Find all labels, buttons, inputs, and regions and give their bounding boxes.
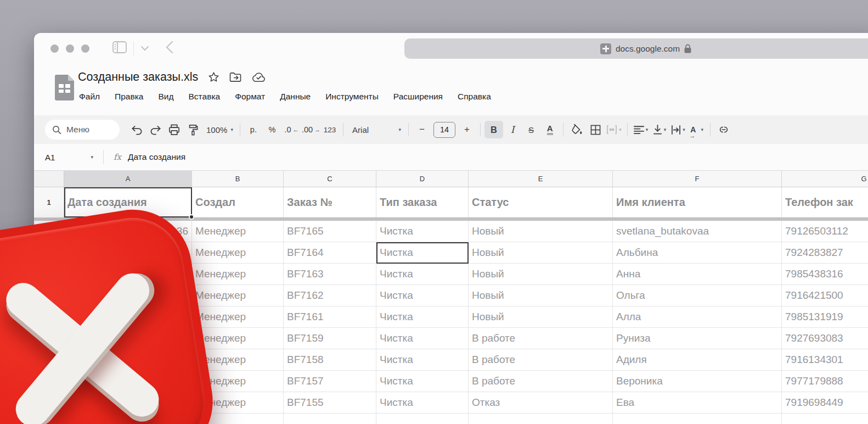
font-family-select[interactable]: Arial ▾ bbox=[347, 121, 404, 138]
cell[interactable]: Заказ № bbox=[284, 187, 376, 217]
menu-tools[interactable]: Инструменты bbox=[325, 92, 379, 102]
cell[interactable]: 7927693083 bbox=[782, 328, 868, 349]
cell[interactable]: В работе bbox=[469, 371, 613, 392]
cell[interactable]: BF7157 bbox=[284, 371, 376, 392]
menu-view[interactable]: Вид bbox=[158, 92, 173, 102]
column-header-c[interactable]: C bbox=[284, 171, 376, 187]
select-all-corner[interactable] bbox=[34, 171, 64, 187]
cell[interactable]: 7916134301 bbox=[782, 349, 868, 371]
text-rotation-button[interactable]: A ▾ bbox=[687, 121, 706, 138]
redo-button[interactable] bbox=[146, 121, 165, 138]
column-header-e[interactable]: E bbox=[469, 171, 613, 187]
cell[interactable]: Менеджер bbox=[192, 221, 284, 242]
cell[interactable]: Статус bbox=[469, 187, 613, 217]
cell[interactable]: Анна bbox=[613, 264, 782, 285]
cell[interactable]: BF7155 bbox=[284, 392, 376, 414]
cell[interactable] bbox=[782, 414, 868, 424]
cell[interactable]: 7977179888 bbox=[782, 371, 868, 392]
cell[interactable]: Менеджер bbox=[192, 264, 284, 285]
cell[interactable]: Ева bbox=[613, 392, 782, 414]
row-header[interactable]: 1 bbox=[34, 187, 64, 217]
cell[interactable]: Телефон зак bbox=[782, 187, 868, 217]
cell[interactable]: В работе bbox=[469, 328, 613, 349]
insert-link-button[interactable] bbox=[714, 121, 733, 138]
cell[interactable]: Чистка bbox=[376, 306, 469, 328]
menu-insert[interactable]: Вставка bbox=[189, 92, 221, 102]
undo-button[interactable] bbox=[127, 121, 146, 138]
cell[interactable]: 7916421500 bbox=[782, 285, 868, 306]
cell[interactable]: Чистка bbox=[376, 328, 469, 349]
more-formats-button[interactable]: 123 bbox=[320, 121, 339, 138]
formula-input[interactable]: Дата создания bbox=[128, 152, 185, 162]
cell[interactable]: Чистка bbox=[376, 285, 469, 306]
cell[interactable]: BF7159 bbox=[284, 328, 376, 349]
fill-color-button[interactable] bbox=[567, 121, 586, 138]
cell[interactable] bbox=[284, 414, 376, 424]
menu-edit[interactable]: Правка bbox=[115, 92, 143, 102]
text-color-button[interactable]: A bbox=[540, 121, 559, 138]
currency-format-button[interactable]: р. bbox=[244, 121, 263, 138]
menu-help[interactable]: Справка bbox=[458, 92, 491, 102]
percent-format-button[interactable]: % bbox=[263, 121, 281, 138]
cell[interactable]: Новый bbox=[469, 285, 613, 306]
increase-decimal-button[interactable]: .00→ bbox=[300, 121, 320, 138]
cell[interactable]: Руниза bbox=[613, 328, 782, 349]
cell[interactable]: 7985131919 bbox=[782, 306, 868, 328]
cloud-check-icon[interactable] bbox=[252, 72, 266, 82]
menu-data[interactable]: Данные bbox=[280, 92, 311, 102]
cell[interactable]: Новый bbox=[469, 221, 613, 242]
column-header-g[interactable]: G bbox=[782, 171, 868, 187]
cell[interactable]: Алла bbox=[613, 306, 782, 328]
star-icon[interactable] bbox=[208, 71, 219, 83]
cell[interactable]: Отказ bbox=[469, 392, 613, 414]
column-header-a[interactable]: A bbox=[64, 171, 192, 187]
cell[interactable]: BF7158 bbox=[284, 349, 376, 371]
cell[interactable]: Альбина bbox=[613, 242, 782, 264]
text-wrap-button[interactable]: ▾ bbox=[669, 121, 687, 138]
menu-search-button[interactable]: Меню bbox=[45, 120, 120, 140]
sidebar-toggle-icon[interactable] bbox=[112, 41, 127, 55]
column-header-b[interactable]: B bbox=[192, 171, 284, 187]
zoom-window-button[interactable] bbox=[81, 44, 89, 53]
address-bar[interactable]: docs.google.com bbox=[404, 38, 868, 59]
cell[interactable]: BF7161 bbox=[284, 306, 376, 328]
cell[interactable]: 7924283827 bbox=[782, 242, 868, 264]
cell[interactable]: Адиля bbox=[613, 349, 782, 371]
paint-format-button[interactable] bbox=[183, 121, 202, 138]
cell[interactable] bbox=[469, 414, 613, 424]
strikethrough-button[interactable]: S bbox=[522, 121, 540, 138]
fill-handle[interactable] bbox=[189, 214, 194, 220]
vertical-align-button[interactable]: ▾ bbox=[650, 121, 669, 138]
cell[interactable]: Тип заказа bbox=[376, 187, 469, 217]
cell[interactable] bbox=[613, 414, 782, 424]
cell[interactable]: 7985438316 bbox=[782, 264, 868, 285]
chevron-down-icon[interactable] bbox=[140, 43, 149, 53]
cell[interactable]: Чистка bbox=[376, 221, 469, 242]
cell[interactable]: Менеджер bbox=[192, 328, 284, 349]
cell[interactable]: Чистка bbox=[376, 264, 469, 285]
cell[interactable]: Новый bbox=[469, 306, 613, 328]
cell[interactable]: 7919698449 bbox=[782, 392, 868, 414]
document-title[interactable]: Созданные заказы.xls bbox=[78, 70, 198, 84]
print-button[interactable] bbox=[165, 121, 183, 138]
cell[interactable]: Новый bbox=[469, 264, 613, 285]
zoom-select[interactable]: 100% ▾ bbox=[202, 121, 236, 138]
font-size-input[interactable]: 14 bbox=[433, 122, 455, 138]
minimize-window-button[interactable] bbox=[66, 44, 74, 53]
cell[interactable]: 79126503112 bbox=[782, 221, 868, 242]
move-folder-icon[interactable] bbox=[229, 72, 242, 82]
bold-button[interactable]: B bbox=[484, 121, 503, 138]
cell[interactable]: Чистка bbox=[376, 392, 469, 414]
column-header-d[interactable]: D bbox=[376, 171, 469, 187]
horizontal-align-button[interactable]: ▾ bbox=[632, 121, 650, 138]
cell[interactable]: Новый bbox=[469, 242, 613, 264]
cell[interactable]: BF7163 bbox=[284, 264, 376, 285]
cell[interactable]: Вероника bbox=[613, 371, 782, 392]
decrease-decimal-button[interactable]: .0← bbox=[281, 121, 300, 138]
decrease-font-size-button[interactable]: − bbox=[413, 121, 431, 138]
cell[interactable]: BF7162 bbox=[284, 285, 376, 306]
menu-format[interactable]: Формат bbox=[235, 92, 265, 102]
name-box[interactable]: A1 ▾ bbox=[34, 153, 99, 162]
cell[interactable]: Менеджер bbox=[192, 306, 284, 328]
back-icon[interactable] bbox=[166, 41, 173, 56]
